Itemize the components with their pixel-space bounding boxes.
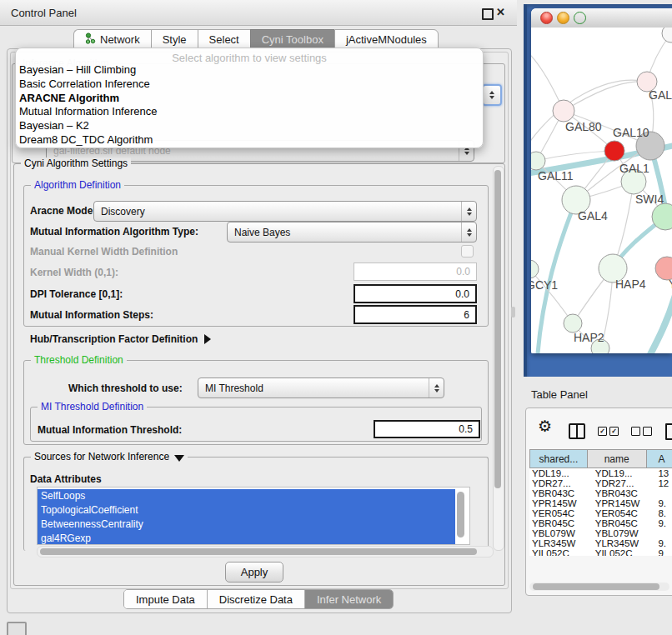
network-edge[interactable]: [649, 292, 672, 353]
algorithm-definition-title: Algorithm Definition: [31, 179, 124, 191]
column-header-shared-name[interactable]: shared...: [529, 450, 587, 468]
table-row[interactable]: YDR27...YDR27...12: [529, 478, 672, 488]
network-node[interactable]: [531, 260, 539, 278]
table-row[interactable]: YER054CYER054C8.: [529, 508, 672, 518]
network-window-titlebar[interactable]: [531, 8, 672, 28]
table-row[interactable]: YBR043CYBR043C: [529, 488, 672, 498]
settings-scrollbar-track[interactable]: [493, 166, 504, 551]
network-node[interactable]: [655, 257, 672, 280]
algorithm-popup-list: Bayesian – Hill ClimbingBasic Correlatio…: [19, 63, 479, 148]
network-edge[interactable]: [564, 82, 647, 111]
aracne-mode-combobox[interactable]: Discovery: [93, 201, 477, 222]
mi-steps-field[interactable]: 6: [354, 305, 477, 324]
mi-threshold-field[interactable]: 0.5: [374, 420, 480, 438]
network-node[interactable]: [662, 28, 672, 42]
algorithm-popup-item[interactable]: Bayesian – Hill Climbing: [19, 63, 479, 78]
attr-list-scrollbar-thumb[interactable]: [457, 492, 464, 538]
tab-network[interactable]: Network: [73, 29, 151, 49]
close-traffic-light-icon[interactable]: [540, 12, 553, 24]
algorithm-combobox-stepper-icon[interactable]: [482, 84, 502, 106]
table-hscrollbar-track[interactable]: [529, 582, 669, 591]
gear-icon[interactable]: ⚙: [538, 418, 552, 434]
tab-select[interactable]: Select: [198, 29, 250, 49]
hub-definition-expander[interactable]: Hub/Transcription Factor Definition: [30, 333, 211, 345]
network-canvas[interactable]: GALGAL80GAL10GAL1GAL11SWI4GAL4GCY1HAP4YH…: [531, 28, 672, 353]
node-table-header[interactable]: shared... name A: [529, 449, 672, 468]
threshold-definition-title: Threshold Definition: [31, 354, 127, 366]
control-panel-tabbar: Network Style Select Cyni Toolbox jActiv…: [73, 29, 439, 49]
column-header-name[interactable]: name: [587, 450, 646, 468]
deselect-all-icon[interactable]: [631, 427, 652, 436]
which-threshold-value: MI Threshold: [198, 382, 429, 394]
kernel-width-field[interactable]: 0.0: [354, 262, 477, 281]
algorithm-popup-item[interactable]: ARACNE Algorithm: [19, 92, 479, 106]
data-attribute-item[interactable]: TopologicalCoefficient: [38, 503, 455, 518]
float-window-icon[interactable]: [482, 8, 494, 20]
kernel-width-label: Kernel Width (0,1):: [30, 267, 118, 278]
settings-hscrollbar-track[interactable]: [37, 546, 494, 558]
data-attribute-item[interactable]: SelfLoops: [38, 489, 455, 503]
data-attribute-item[interactable]: gal4RGexp: [38, 532, 455, 545]
settings-hscrollbar-thumb[interactable]: [40, 548, 477, 555]
which-threshold-combobox[interactable]: MI Threshold: [198, 378, 444, 398]
table-cell: 8.: [658, 508, 672, 518]
column-header-partial[interactable]: A: [646, 450, 672, 468]
algorithm-popup-item[interactable]: Mutual Information Inference: [19, 105, 479, 119]
algorithm-popup-item[interactable]: Bayesian – K2: [19, 119, 479, 133]
hub-definition-label: Hub/Transcription Factor Definition: [30, 333, 198, 345]
network-node-label: GAL: [649, 88, 672, 102]
data-attributes-list[interactable]: SelfLoopsTopologicalCoefficientBetweenne…: [37, 487, 470, 545]
document-icon[interactable]: [665, 423, 672, 440]
close-icon[interactable]: ✕: [496, 6, 505, 18]
network-node[interactable]: [564, 314, 582, 332]
zoom-traffic-light-icon[interactable]: [574, 12, 586, 24]
bottom-tab-discretize-data[interactable]: Discretize Data: [208, 590, 305, 608]
table-cell: 12: [658, 478, 672, 488]
algorithm-popup-item[interactable]: Basic Correlation Inference: [19, 78, 479, 92]
table-row[interactable]: YBR045CYBR045C9.: [529, 518, 672, 528]
data-attributes-items: SelfLoopsTopologicalCoefficientBetweenne…: [38, 488, 469, 545]
table-row[interactable]: YPR145WYPR145W9.: [529, 498, 672, 508]
node-table[interactable]: shared... name A YDL19...YDL19...13YDR27…: [529, 449, 672, 556]
network-node[interactable]: [553, 100, 574, 122]
tab-label: jActiveMNodules: [346, 33, 427, 46]
bottom-tab-infer-network[interactable]: Infer Network: [305, 590, 393, 608]
minimized-panel-icon[interactable]: [7, 622, 27, 635]
apply-button[interactable]: Apply: [225, 562, 283, 582]
select-all-icon[interactable]: ✓ ✓: [598, 427, 619, 436]
columns-icon[interactable]: [569, 423, 585, 439]
table-cell: YBR045C: [529, 518, 594, 528]
network-view-window[interactable]: GALGAL80GAL10GAL1GAL11SWI4GAL4GCY1HAP4YH…: [531, 8, 672, 353]
table-hscrollbar-thumb[interactable]: [533, 583, 659, 590]
table-row[interactable]: YIL052CYIL052C9: [529, 548, 672, 556]
table-cell: YDR27...: [529, 478, 594, 488]
mi-algorithm-type-combobox[interactable]: Naive Bayes: [227, 222, 477, 242]
which-threshold-label: Which threshold to use:: [68, 382, 183, 394]
dpi-tolerance-field[interactable]: 0.0: [354, 284, 477, 303]
network-node[interactable]: [604, 141, 624, 161]
bottom-tabbar: Impute DataDiscretize DataInfer Network: [123, 589, 394, 609]
minimize-traffic-light-icon[interactable]: [557, 12, 569, 24]
panel-splitter-handle[interactable]: [511, 307, 515, 318]
table-cell: YDR27...: [594, 478, 659, 488]
tab-jactivemnodules[interactable]: jActiveMNodules: [334, 29, 439, 49]
manual-kernel-width-checkbox[interactable]: [461, 245, 474, 258]
settings-scrollbar-thumb[interactable]: [494, 170, 501, 488]
tab-style[interactable]: Style: [151, 29, 198, 49]
table-cell: YIL052C: [529, 548, 594, 556]
network-edge[interactable]: [531, 80, 647, 151]
algorithm-popup-item[interactable]: Dream8 DC_TDC Algorithm: [19, 133, 479, 148]
data-attribute-item[interactable]: BetweennessCentrality: [38, 518, 455, 532]
table-cell: YLR345W: [529, 538, 594, 548]
network-canvas-svg: GALGAL80GAL10GAL1GAL11SWI4GAL4GCY1HAP4YH…: [531, 28, 672, 353]
table-row[interactable]: YBL079WYBL079W: [529, 528, 672, 538]
network-node-label: GAL11: [538, 169, 574, 182]
network-node[interactable]: [531, 152, 545, 170]
manual-kernel-width-label: Manual Kernel Width Definition: [30, 246, 178, 258]
sources-title-text: Sources for Network Inference: [34, 451, 169, 462]
table-row[interactable]: YLR345WYLR345W9.: [529, 538, 672, 548]
bottom-tab-impute-data[interactable]: Impute Data: [124, 590, 208, 608]
tab-cyni-toolbox[interactable]: Cyni Toolbox: [250, 29, 334, 49]
node-table-rows[interactable]: YDL19...YDL19...13YDR27...YDR27...12YBR0…: [529, 468, 672, 556]
table-row[interactable]: YDL19...YDL19...13: [529, 468, 672, 478]
